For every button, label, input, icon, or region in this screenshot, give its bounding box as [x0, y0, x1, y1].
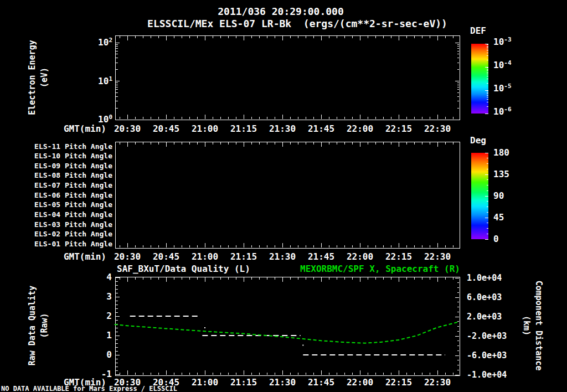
deg-colorbar-tick-label: 180: [493, 148, 509, 157]
page-title: 2011/036 20:29:00.000: [218, 7, 344, 17]
panel1-y-ticks: [116, 43, 459, 120]
panel1-x-tick-label: 21:15: [230, 125, 257, 133]
deg-colorbar-title: Deg: [470, 136, 486, 145]
power-base: 10: [98, 114, 109, 125]
power-base: 10: [98, 76, 109, 86]
panel1-y-axis-label-line2: (eV): [40, 68, 49, 87]
panel3-right-tick-label: 1.0e+04: [467, 274, 502, 282]
power-exponent: 1: [109, 75, 112, 82]
panel3-x-tick-label: 22:00: [347, 378, 373, 387]
panel2-frame: [116, 142, 460, 249]
power-base: 10: [493, 60, 504, 70]
def-colorbar-tick-label: 10-4: [493, 61, 512, 70]
def-colorbar-title: DEF: [470, 27, 486, 35]
panel3-y-ticks: [116, 277, 459, 375]
panel1-x-tick-label: 22:15: [385, 125, 412, 133]
panel2-row-label: ELS-07 Pitch Angle: [34, 182, 112, 189]
panel2-x-tick-label: 21:15: [230, 252, 257, 261]
panel2-x-tick-label: 21:45: [308, 252, 334, 261]
panel2-row-label: ELS-08 Pitch Angle: [34, 172, 112, 179]
panel2-x-tick-label: 20:30: [114, 252, 141, 261]
panel3-x-tick-label: 21:45: [308, 378, 334, 387]
panel3-left-tick-label: 2: [106, 312, 112, 321]
power-exponent: -6: [504, 106, 511, 113]
power-exponent: 0: [109, 114, 112, 121]
panel1-gmt-axis-label: GMT(min): [64, 125, 106, 133]
panel2-x-tick-label: 21:00: [192, 252, 218, 261]
panel2-x-tick-label: 22:30: [424, 252, 451, 261]
panel3-frame: [116, 277, 460, 376]
panel3-right-tick-label: 2.0e+03: [467, 313, 502, 321]
panel2-row-label: ELS-10 Pitch Angle: [34, 152, 112, 159]
elsscil-plot-screen: 2011/036 20:29:00.000 ELSSCIL/MEx ELS-07…: [0, 0, 567, 392]
def-colorbar-tick-label: 10-3: [493, 38, 512, 47]
panel3-right-tick-label: -6.0e+03: [467, 352, 507, 360]
plot-subtitle: ELSSCIL/MEx ELS-07 LR-Bk (ergs/(cm**2-sr…: [147, 19, 447, 29]
panel3-right-title: MEXORBMC/SPF X, Spacecraft (R): [300, 265, 460, 274]
panel2-row-label: ELS-03 Pitch Angle: [34, 220, 112, 228]
panel2-x-ticks: [120, 142, 453, 247]
panel1-y-tick-label: 101: [98, 77, 112, 86]
panel3-x-tick-label: 21:00: [192, 378, 218, 387]
power-exponent: 2: [109, 37, 112, 44]
panel3-x-tick-label: 20:45: [153, 378, 179, 387]
panel3-right-tick-label: 6.0e+03: [467, 293, 502, 302]
power-exponent: -5: [504, 82, 511, 90]
panel2-x-tick-label: 21:30: [269, 252, 296, 261]
panel3-right-axis-label-line1: Component Distance: [534, 281, 543, 371]
panel2-x-tick-label: 22:15: [385, 252, 412, 261]
panel3-right-tick-label: -1.0e+04: [467, 371, 507, 379]
panel1-x-tick-label: 21:00: [192, 125, 218, 133]
power-base: 10: [98, 37, 109, 48]
panel3-x-tick-label: 22:30: [424, 378, 451, 387]
power-base: 10: [493, 37, 504, 47]
panel1-y-tick-label: 100: [98, 115, 112, 124]
quality-point: [302, 345, 303, 346]
spacecraft-distance-curve: [115, 322, 458, 343]
panel3-left-tick-label: 1: [106, 331, 112, 340]
panel2-row-label: ELS-02 Pitch Angle: [34, 230, 112, 238]
panel2-x-tick-label: 20:45: [153, 252, 179, 261]
deg-colorbar-tick-label: 90: [493, 192, 504, 200]
panel2-row-label: ELS-04 Pitch Angle: [34, 211, 112, 218]
def-colorbar-tick-label: 10-6: [493, 107, 512, 116]
panel1-y-axis-label-line1: Electron Energy: [28, 40, 37, 115]
def-colorbar-tick-label: 10-5: [493, 84, 512, 93]
deg-colorbar-tick-label: 45: [493, 213, 504, 222]
panel3-x-tick-label: 21:15: [230, 378, 257, 387]
no-data-message: NO DATA AVAILABLE for Mars Express / ELS…: [1, 385, 177, 392]
panel2-row-label: ELS-01 Pitch Angle: [34, 240, 112, 247]
deg-colorbar-tick-label: 0: [493, 235, 499, 244]
panel3-left-tick-label: -1: [101, 370, 112, 379]
quality-point: [204, 327, 205, 328]
deg-colorbar: [471, 153, 488, 239]
panel3-right-axis-label-line2: (km): [522, 316, 530, 336]
power-base: 10: [493, 106, 504, 117]
panel3-x-ticks: [120, 277, 453, 375]
panel1-x-ticks: [120, 36, 453, 119]
power-exponent: -4: [504, 59, 511, 66]
panel1-x-tick-label: 20:45: [153, 125, 179, 133]
panel1-x-tick-label: 20:30: [114, 125, 141, 133]
panel2-gmt-axis-label: GMT(min): [64, 252, 106, 261]
panel2-row-label: ELS-05 Pitch Angle: [34, 201, 112, 208]
panel1-y-tick-label: 102: [98, 38, 112, 47]
panel3-right-tick-label: -2.0e+03: [467, 332, 507, 341]
panel3-left-tick-label: 4: [106, 273, 112, 282]
panel1-x-tick-label: 22:00: [347, 125, 373, 133]
def-colorbar-gradient: [471, 44, 488, 114]
power-exponent: -3: [504, 36, 511, 43]
panel1-frame: [116, 36, 460, 120]
power-base: 10: [493, 83, 504, 94]
panel1-x-tick-label: 21:45: [308, 125, 334, 133]
panel3-left-axis-label-line1: Raw Data Quality: [28, 286, 37, 366]
panel3-left-axis-label-line2: (Raw): [40, 313, 49, 338]
panel3-left-tick-label: 0: [106, 350, 112, 359]
panel3-left-title: SAF_BXuT/Data Quality (L): [117, 265, 250, 274]
panel2-row-label: ELS-06 Pitch Angle: [34, 191, 112, 198]
panel2-x-tick-label: 22:00: [347, 252, 373, 261]
panel1-x-tick-label: 22:30: [424, 125, 451, 133]
deg-colorbar-tick-label: 135: [493, 170, 509, 179]
panel2-row-label: ELS-09 Pitch Angle: [34, 162, 112, 169]
def-colorbar: [471, 44, 488, 114]
